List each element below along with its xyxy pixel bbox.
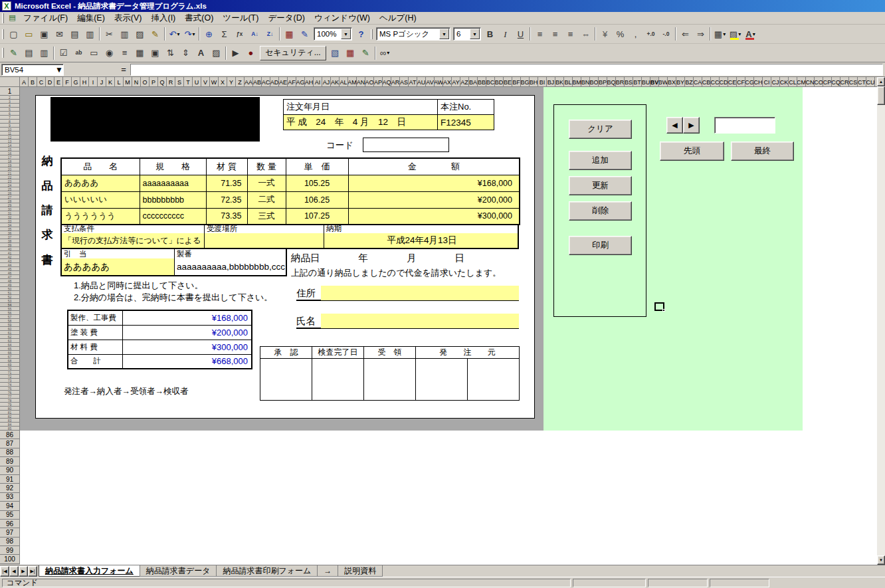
delete-button[interactable]: 削除 — [569, 201, 632, 221]
column-header-CK[interactable]: CK — [780, 77, 789, 87]
copy-icon[interactable]: ▥ — [117, 27, 132, 41]
decrease-indent-icon[interactable]: ⇐ — [678, 27, 693, 41]
column-header-BX[interactable]: BX — [668, 77, 676, 87]
row-header-94[interactable]: 94 — [0, 502, 20, 510]
column-header-X[interactable]: X — [219, 77, 227, 87]
command-button-icon[interactable]: ▭ — [86, 46, 102, 60]
tab-print-form[interactable]: 納品請求書印刷フォーム — [216, 565, 318, 577]
item-cell-r2c6[interactable]: ¥200,000 — [348, 191, 520, 208]
drawing-icon[interactable]: ✎ — [297, 27, 312, 41]
column-header-T[interactable]: T — [184, 77, 193, 87]
column-header-P[interactable]: P — [149, 77, 158, 87]
order-no-value[interactable]: F12345 — [438, 115, 494, 130]
insert-hyperlink-icon[interactable]: ⊕ — [201, 27, 217, 41]
percent-style-icon[interactable]: % — [613, 27, 628, 41]
column-header-BU[interactable]: BU — [642, 77, 650, 87]
scroll-up-button[interactable]: ▲ — [877, 77, 885, 86]
code-input[interactable] — [363, 138, 449, 152]
first-record-button[interactable]: 先頭 — [660, 142, 724, 161]
previous-record-button[interactable]: ◀ — [666, 117, 683, 134]
column-header-CA[interactable]: CA — [694, 77, 702, 87]
item-cell-r2c1[interactable]: いいいいい — [61, 191, 140, 208]
column-header-BG[interactable]: BG — [521, 77, 530, 87]
column-header-BN[interactable]: BN — [581, 77, 590, 87]
open-icon[interactable]: ▭ — [21, 27, 37, 41]
title-bar[interactable]: X Microsoft Excel - 納品請求書データ管理プログラム.xls — [0, 0, 885, 12]
column-header-AM[interactable]: AM — [348, 77, 357, 87]
due-date-value[interactable]: 平成24年4月13日 — [324, 233, 518, 248]
column-header-AW[interactable]: AW — [435, 77, 443, 87]
script-editor-icon[interactable]: ∞▾ — [377, 46, 393, 60]
name-box-dropdown-arrow[interactable]: ▼ — [55, 65, 63, 74]
column-header-BI[interactable]: BI — [538, 77, 547, 87]
increase-decimal-icon[interactable]: +.0 — [643, 27, 658, 41]
exit-design-mode-icon[interactable]: ✎ — [358, 46, 373, 60]
sort-descending-icon[interactable]: Z↓ — [262, 27, 278, 41]
allocation-value[interactable]: あああああ — [62, 258, 174, 275]
image-icon[interactable]: ▨ — [209, 46, 224, 60]
paste-icon[interactable]: ▨ — [132, 27, 148, 41]
column-header-AO[interactable]: AO — [365, 77, 374, 87]
product-number-value[interactable]: aaaaaaaaaa,bbbbbbbb,ccc — [175, 258, 286, 275]
toolbar-grip[interactable] — [2, 48, 4, 58]
column-header-AK[interactable]: AK — [331, 77, 340, 87]
column-header-AA[interactable]: AA — [245, 77, 253, 87]
item-cell-r3c4[interactable]: 三式 — [247, 208, 286, 225]
column-header-J[interactable]: J — [98, 77, 106, 87]
column-header-BA[interactable]: BA — [469, 77, 478, 87]
column-header-CF[interactable]: CF — [737, 77, 745, 87]
row-header-93[interactable]: 93 — [0, 493, 20, 502]
row-header-92[interactable]: 92 — [0, 484, 20, 492]
menu-edit[interactable]: 編集(E) — [72, 12, 110, 25]
row-header-95[interactable]: 95 — [0, 511, 20, 520]
cut-icon[interactable]: ✂ — [102, 27, 117, 41]
column-header-CS[interactable]: CS — [849, 77, 858, 87]
row-header-86[interactable]: 86 — [0, 431, 20, 439]
column-header-AI[interactable]: AI — [314, 77, 322, 87]
column-header-BB[interactable]: BB — [478, 77, 486, 87]
column-header-BZ[interactable]: BZ — [685, 77, 694, 87]
cost-value-2[interactable]: ¥200,000 — [122, 325, 252, 340]
scrollbar-icon[interactable]: ⇕ — [178, 46, 193, 60]
menu-tools[interactable]: ツール(T) — [218, 12, 263, 25]
column-header-AE[interactable]: AE — [279, 77, 288, 87]
column-header-CT[interactable]: CT — [858, 77, 866, 87]
column-header-U[interactable]: U — [193, 77, 201, 87]
column-header-BO[interactable]: BO — [590, 77, 599, 87]
cost-value-4[interactable]: ¥668,000 — [122, 354, 252, 369]
column-header-AL[interactable]: AL — [340, 77, 348, 87]
next-record-button[interactable]: ▶ — [683, 117, 700, 134]
menu-insert[interactable]: 挿入(I) — [146, 12, 180, 25]
row-header-91[interactable]: 91 — [0, 475, 20, 484]
item-cell-r1c3[interactable]: 71.35 — [206, 175, 247, 191]
column-header-AC[interactable]: AC — [262, 77, 270, 87]
column-header-B[interactable]: B — [29, 77, 37, 87]
column-header-C[interactable]: C — [37, 77, 46, 87]
column-header-O[interactable]: O — [141, 77, 149, 87]
menu-file[interactable]: ファイル(F) — [19, 12, 72, 25]
item-cell-r3c6[interactable]: ¥300,000 — [348, 208, 520, 225]
undo-icon[interactable]: ↶▾ — [167, 27, 182, 41]
row-header-96[interactable]: 96 — [0, 520, 20, 528]
column-header-W[interactable]: W — [210, 77, 219, 87]
formula-input[interactable] — [130, 64, 883, 76]
column-header-G[interactable]: G — [72, 77, 80, 87]
column-header-M[interactable]: M — [124, 77, 132, 87]
column-header-F[interactable]: F — [63, 77, 72, 87]
column-header-CB[interactable]: CB — [702, 77, 711, 87]
column-header-CM[interactable]: CM — [797, 77, 806, 87]
item-cell-r1c6[interactable]: ¥168,000 — [348, 175, 520, 191]
spin-button-icon[interactable]: ⇅ — [163, 46, 178, 60]
column-header-AJ[interactable]: AJ — [322, 77, 331, 87]
column-header-AX[interactable]: AX — [443, 77, 452, 87]
row-header-97[interactable]: 97 — [0, 528, 20, 537]
column-header-BL[interactable]: BL — [564, 77, 573, 87]
tab-input-form[interactable]: 納品請求書入力フォーム — [39, 565, 140, 577]
item-cell-r3c3[interactable]: 73.35 — [206, 208, 247, 225]
textbox-icon[interactable]: ab — [71, 46, 86, 60]
item-cell-r2c4[interactable]: 二式 — [247, 191, 286, 208]
column-header-V[interactable]: V — [201, 77, 210, 87]
column-header-L[interactable]: L — [115, 77, 124, 87]
visual-basic-editor-icon[interactable]: ▧ — [328, 46, 343, 60]
column-header-AN[interactable]: AN — [357, 77, 365, 87]
